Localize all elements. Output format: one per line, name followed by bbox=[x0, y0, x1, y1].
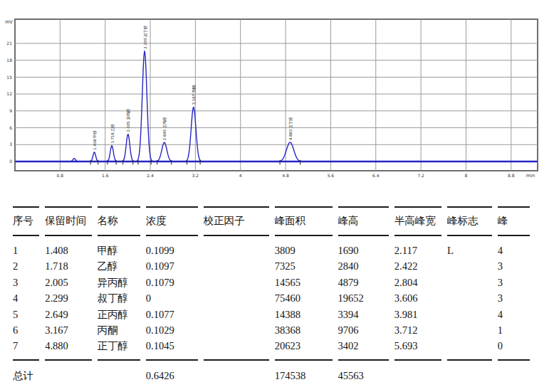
table-cell: 0.1079 bbox=[146, 275, 198, 290]
table-row[interactable]: 11.408甲醇0.1099380916902.117L4 bbox=[13, 236, 530, 258]
x-axis-tick-label: 4.8 bbox=[282, 173, 289, 178]
table-cell: 5 bbox=[13, 307, 39, 322]
table-cell: 14565 bbox=[275, 275, 333, 290]
table-cell bbox=[204, 338, 269, 360]
table-row[interactable]: 42.299叔丁醇075460196523.6063 bbox=[13, 290, 530, 306]
x-axis-tick-label: 8 bbox=[465, 173, 468, 178]
x-axis-tick-label: 4 bbox=[239, 173, 242, 178]
table-cell: 2.422 bbox=[394, 258, 441, 274]
x-axis-tick-label: 5.6 bbox=[328, 173, 335, 178]
table-cell bbox=[447, 338, 492, 360]
x-axis-tick-label: 7.2 bbox=[417, 173, 424, 178]
peak-table-header-row: 序号保留时间名称浓度校正因子峰面积峰高半高峰宽峰标志峰 bbox=[13, 206, 530, 236]
table-row[interactable]: 74.880正丁醇0.10452062334025.6930 bbox=[13, 338, 530, 360]
table-cell: 6 bbox=[13, 322, 39, 338]
table-cell: 0.1077 bbox=[146, 307, 198, 322]
peak-table-total-row: 总计0.642617453845563 bbox=[13, 361, 530, 383]
y-axis-tick-label: 3 bbox=[9, 142, 12, 147]
chromatogram-plot[interactable]: 0369121518210.81.62.43.244.85.66.47.288.… bbox=[0, 0, 554, 192]
y-axis-tick-label: 18 bbox=[6, 58, 12, 63]
y-axis-tick-label: 21 bbox=[6, 41, 12, 46]
table-cell: 3.712 bbox=[394, 322, 441, 338]
table-cell bbox=[447, 322, 492, 338]
table-row[interactable]: 21.718乙醇0.1097732528402.4223 bbox=[13, 258, 530, 274]
column-header: 峰面积 bbox=[275, 206, 333, 236]
table-cell: 4 bbox=[498, 307, 530, 322]
total-cell bbox=[447, 361, 492, 383]
chromatogram[interactable]: 0369121518210.81.62.43.244.85.66.47.288.… bbox=[0, 0, 554, 192]
table-cell: 3.606 bbox=[394, 290, 441, 306]
x-axis-unit-label: min bbox=[526, 173, 535, 179]
table-cell bbox=[204, 275, 269, 290]
table-cell: 4 bbox=[13, 290, 39, 306]
x-axis-tick-label: 8.8 bbox=[508, 173, 515, 178]
table-cell: 1 bbox=[13, 236, 39, 258]
peak-table-wrap: 序号保留时间名称浓度校正因子峰面积峰高半高峰宽峰标志峰 11.408甲醇0.10… bbox=[0, 206, 535, 392]
table-cell: 7325 bbox=[275, 258, 333, 274]
table-cell: 14388 bbox=[275, 307, 333, 322]
table-cell bbox=[204, 258, 269, 274]
column-header: 半高峰宽 bbox=[394, 206, 441, 236]
y-axis-tick-label: 6 bbox=[9, 125, 12, 130]
table-cell: 1 bbox=[498, 322, 530, 338]
table-cell: 19652 bbox=[338, 290, 389, 306]
table-cell: 甲醇 bbox=[98, 236, 140, 258]
table-cell: 20623 bbox=[275, 338, 333, 360]
table-cell bbox=[447, 258, 492, 274]
table-cell: 3.981 bbox=[394, 307, 441, 322]
table-cell: 5.693 bbox=[394, 338, 441, 360]
y-axis-unit-label: mV bbox=[5, 19, 13, 25]
peak-label: 2.005 异丙醇 bbox=[126, 108, 131, 132]
table-row[interactable]: 32.005异丙醇0.10791456548792.8043 bbox=[13, 275, 530, 290]
table-cell: 0.1029 bbox=[146, 322, 198, 338]
table-cell: 丙酮 bbox=[98, 322, 140, 338]
column-header: 序号 bbox=[13, 206, 39, 236]
y-axis-tick-label: 9 bbox=[9, 108, 12, 113]
total-cell bbox=[394, 361, 441, 383]
column-header: 名称 bbox=[98, 206, 140, 236]
total-cell bbox=[45, 361, 91, 383]
table-cell: 38368 bbox=[275, 322, 333, 338]
table-cell: 0 bbox=[146, 290, 198, 306]
x-axis-tick-label: 1.6 bbox=[102, 173, 109, 178]
table-cell bbox=[447, 290, 492, 306]
table-cell: L bbox=[447, 236, 492, 258]
total-cell bbox=[98, 361, 140, 383]
total-cell: 总计 bbox=[13, 361, 39, 383]
total-cell: 45563 bbox=[338, 361, 389, 383]
peak-table: 序号保留时间名称浓度校正因子峰面积峰高半高峰宽峰标志峰 11.408甲醇0.10… bbox=[7, 206, 535, 383]
x-axis-tick-label: 2.4 bbox=[147, 173, 154, 178]
table-cell: 2.299 bbox=[45, 290, 91, 306]
table-cell: 3 bbox=[498, 290, 530, 306]
table-cell: 2.804 bbox=[394, 275, 441, 290]
table-cell: 0.1045 bbox=[146, 338, 198, 360]
peak-label: 3.167 丙酮 bbox=[192, 85, 197, 105]
column-header: 峰高 bbox=[338, 206, 389, 236]
y-axis-tick-label: 12 bbox=[6, 91, 12, 96]
total-cell: 174538 bbox=[275, 361, 333, 383]
total-cell bbox=[204, 361, 269, 383]
table-cell: 3 bbox=[13, 275, 39, 290]
table-cell: 0.1097 bbox=[146, 258, 198, 274]
table-cell: 3 bbox=[498, 258, 530, 274]
table-cell: 0.1099 bbox=[146, 236, 198, 258]
table-cell: 乙醇 bbox=[98, 258, 140, 274]
table-cell bbox=[447, 307, 492, 322]
table-cell: 3402 bbox=[338, 338, 389, 360]
table-cell: 1.718 bbox=[45, 258, 91, 274]
table-row[interactable]: 52.649正丙醇0.10771438833943.9814 bbox=[13, 307, 530, 322]
chromatography-report: 0369121518210.81.62.43.244.85.66.47.288.… bbox=[0, 0, 554, 392]
table-cell: 1690 bbox=[338, 236, 389, 258]
table-row[interactable]: 63.167丙酮0.10293836897063.7121 bbox=[13, 322, 530, 338]
table-cell: 4879 bbox=[338, 275, 389, 290]
x-axis-tick-label: 3.2 bbox=[192, 173, 199, 178]
table-cell: 异丙醇 bbox=[98, 275, 140, 290]
table-cell: 3 bbox=[498, 275, 530, 290]
y-axis-tick-label: 0 bbox=[9, 159, 12, 164]
table-cell: 3.167 bbox=[45, 322, 91, 338]
column-header: 浓度 bbox=[146, 206, 198, 236]
table-cell: 3394 bbox=[338, 307, 389, 322]
table-cell: 9706 bbox=[338, 322, 389, 338]
table-cell: 4.880 bbox=[45, 338, 91, 360]
peak-label: 1.408 甲醇 bbox=[93, 129, 98, 149]
